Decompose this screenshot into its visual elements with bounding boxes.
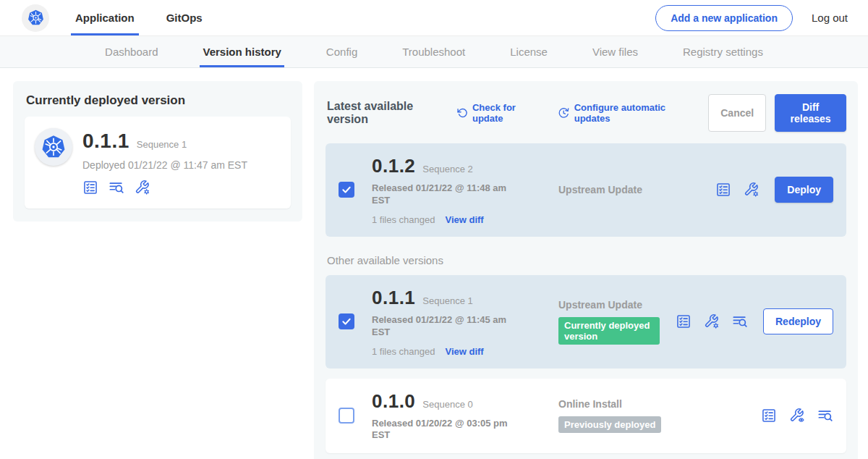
version-number: 0.1.1 <box>372 287 415 309</box>
edit-config-icon[interactable] <box>704 313 720 329</box>
available-versions-panel: Latest available version Check for updat… <box>314 81 858 459</box>
app-icon <box>35 128 72 166</box>
top-bar: Application GitOps Add a new application… <box>0 0 868 36</box>
version-checkbox[interactable] <box>339 313 354 329</box>
diff-releases-button[interactable]: Diff releases <box>775 94 846 132</box>
other-versions-title: Other available versions <box>327 254 846 266</box>
currently-deployed-badge: Currently deployed version <box>558 317 660 345</box>
currently-deployed-title: Currently deployed version <box>26 93 291 108</box>
deploy-logs-icon[interactable] <box>109 180 124 195</box>
configure-automatic-updates-label: Configure automatic updates <box>574 102 693 124</box>
files-changed: 1 files changed <box>372 346 435 357</box>
preflight-checks-icon[interactable] <box>676 313 692 329</box>
version-released: Released 01/20/22 @ 03:05 pm EST <box>372 418 520 442</box>
tab-application-label: Application <box>75 12 135 24</box>
app-subnav: Dashboard Version history Config Trouble… <box>0 36 868 68</box>
edit-config-icon[interactable] <box>744 182 760 198</box>
version-row-0-1-0: 0.1.0 Sequence 0 Released 01/20/22 @ 03:… <box>326 379 846 454</box>
check-for-update-link[interactable]: Check for update <box>456 102 542 124</box>
subnav-registry-settings[interactable]: Registry settings <box>683 36 763 67</box>
deploy-logs-icon[interactable] <box>732 313 748 329</box>
subnav-troubleshoot[interactable]: Troubleshoot <box>402 36 465 67</box>
app-nav: Application GitOps <box>75 0 203 35</box>
refresh-icon <box>456 106 468 119</box>
subnav-dashboard[interactable]: Dashboard <box>105 36 158 67</box>
configure-automatic-updates-link[interactable]: Configure automatic updates <box>558 102 692 124</box>
clock-refresh-icon <box>558 106 569 119</box>
version-source: Upstream Update <box>558 184 699 195</box>
tab-gitops[interactable]: GitOps <box>166 0 203 35</box>
subnav-version-history[interactable]: Version history <box>203 36 281 67</box>
version-released: Released 01/21/22 @ 11:45 am EST <box>372 314 520 339</box>
preflight-checks-icon[interactable] <box>761 408 777 424</box>
deployed-sequence: Sequence 1 <box>137 139 187 150</box>
deploy-button[interactable]: Deploy <box>775 177 833 203</box>
add-new-application-button[interactable]: Add a new application <box>655 5 793 31</box>
edit-config-icon[interactable] <box>135 180 150 195</box>
subnav-view-files[interactable]: View files <box>592 36 638 67</box>
version-source: Upstream Update <box>558 299 660 311</box>
view-config-icon[interactable] <box>789 408 805 424</box>
version-number: 0.1.2 <box>372 155 415 177</box>
subnav-license[interactable]: License <box>510 36 548 67</box>
version-checkbox[interactable] <box>339 182 354 198</box>
previously-deployed-badge: Previously deployed <box>558 416 661 433</box>
view-diff-link[interactable]: View diff <box>445 214 483 225</box>
version-source: Online Install <box>558 398 745 410</box>
preflight-checks-icon[interactable] <box>715 182 731 198</box>
files-changed: 1 files changed <box>372 214 435 225</box>
check-for-update-label: Check for update <box>472 102 542 124</box>
deployed-version-card: 0.1.1 Sequence 1 Deployed 01/21/22 @ 11:… <box>25 117 291 209</box>
version-row-0-1-1: 0.1.1 Sequence 1 Released 01/21/22 @ 11:… <box>326 275 846 369</box>
deployed-version-number: 0.1.1 <box>82 130 129 153</box>
version-released: Released 01/21/22 @ 11:48 am EST <box>372 182 520 207</box>
latest-available-title: Latest available version <box>327 100 446 126</box>
view-diff-link[interactable]: View diff <box>445 346 483 357</box>
version-sequence: Sequence 2 <box>422 164 472 174</box>
version-row-0-1-2: 0.1.2 Sequence 2 Released 01/21/22 @ 11:… <box>326 143 846 237</box>
version-checkbox[interactable] <box>339 408 354 424</box>
tab-gitops-label: GitOps <box>166 12 203 24</box>
tab-application[interactable]: Application <box>75 0 135 35</box>
preflight-checks-icon[interactable] <box>82 180 98 195</box>
cancel-button[interactable]: Cancel <box>708 94 766 132</box>
version-sequence: Sequence 0 <box>422 399 472 410</box>
deploy-logs-icon[interactable] <box>817 408 833 424</box>
subnav-config[interactable]: Config <box>326 36 357 67</box>
deployed-timestamp: Deployed 01/21/22 @ 11:47 am EST <box>82 159 247 171</box>
version-sequence: Sequence 1 <box>422 295 472 306</box>
kubernetes-logo-icon <box>22 4 49 32</box>
logout-link[interactable]: Log out <box>812 12 848 24</box>
currently-deployed-panel: Currently deployed version 0.1.1 Sequenc… <box>13 81 302 222</box>
version-number: 0.1.0 <box>372 390 415 413</box>
redeploy-button[interactable]: Redeploy <box>763 308 833 334</box>
